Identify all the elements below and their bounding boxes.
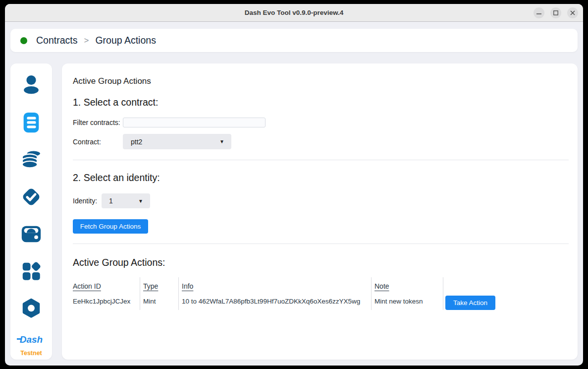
wallet-icon bbox=[20, 223, 43, 246]
close-button[interactable] bbox=[567, 7, 578, 18]
minimize-icon bbox=[536, 10, 541, 15]
main-panel: Active Group Actions 1. Select a contrac… bbox=[62, 63, 578, 360]
app-body: Contracts > Group Actions bbox=[5, 22, 583, 365]
chevron-down-icon: ▼ bbox=[219, 139, 224, 144]
fetch-group-actions-button[interactable]: Fetch Group Actions bbox=[73, 219, 148, 234]
contract-select-value: ptt2 bbox=[131, 138, 142, 146]
window-controls bbox=[534, 7, 578, 18]
breadcrumb: Contracts > Group Actions bbox=[10, 29, 578, 52]
column-action-button: Take Action bbox=[443, 277, 495, 310]
chevron-down-icon: ▼ bbox=[138, 198, 143, 204]
identity-row: Identity: 1 ▼ bbox=[73, 193, 569, 208]
contract-label: Contract: bbox=[73, 138, 123, 146]
contract-select[interactable]: ptt2 ▼ bbox=[123, 134, 231, 149]
maximize-icon bbox=[553, 10, 558, 15]
window-title: Dash Evo Tool v0.9.0-preview.4 bbox=[245, 9, 344, 16]
table-header: Type bbox=[143, 277, 174, 295]
sidebar: Dash Testnet bbox=[10, 63, 52, 360]
sidebar-item-identities[interactable] bbox=[20, 74, 43, 97]
identity-select-value: 1 bbox=[109, 197, 113, 205]
column-action-id: Action ID EeHkc1JpbcjJCJex bbox=[73, 277, 140, 310]
cell-type: Mint bbox=[143, 295, 174, 305]
take-action-button[interactable]: Take Action bbox=[445, 296, 495, 310]
close-icon bbox=[570, 10, 575, 15]
section-2-heading: 2. Select an identity: bbox=[73, 172, 569, 184]
column-info: Info 10 to 462WfaL7A86pfb3Lt99Hf7uoZDKkX… bbox=[179, 277, 372, 310]
verified-check-icon bbox=[20, 185, 43, 208]
apps-grid-icon bbox=[20, 260, 43, 283]
page-title: Active Group Actions bbox=[73, 76, 569, 86]
cell-note: Mint new tokesn bbox=[374, 295, 439, 305]
sidebar-item-verified[interactable] bbox=[20, 185, 43, 208]
table-header: Note bbox=[374, 277, 439, 295]
section-divider bbox=[73, 244, 569, 244]
sidebar-item-contracts[interactable] bbox=[20, 111, 43, 134]
filter-contracts-input[interactable] bbox=[123, 118, 266, 127]
sidebar-footer: Dash Testnet bbox=[20, 334, 43, 366]
identity-select[interactable]: 1 ▼ bbox=[102, 193, 150, 208]
breadcrumb-contracts[interactable]: Contracts bbox=[36, 35, 77, 46]
status-dot-icon bbox=[20, 37, 27, 44]
table-header: Info bbox=[182, 277, 367, 295]
identity-icon bbox=[20, 74, 43, 97]
cell-action-id: EeHkc1JpbcjJCJex bbox=[73, 295, 136, 305]
sidebar-item-platform[interactable] bbox=[20, 297, 43, 320]
sidebar-item-apps[interactable] bbox=[20, 260, 43, 283]
minimize-button[interactable] bbox=[534, 7, 544, 18]
section-1-heading: 1. Select a contract: bbox=[73, 97, 569, 108]
network-label: Testnet bbox=[20, 350, 43, 357]
identity-label: Identity: bbox=[73, 197, 102, 205]
group-actions-table: Action ID EeHkc1JpbcjJCJex Type Mint Inf… bbox=[73, 277, 569, 310]
active-group-actions-heading: Active Group Actions: bbox=[73, 257, 569, 268]
cell-info: 10 to 462WfaL7A86pfb3Lt99Hf7uoZDKkXq6oXe… bbox=[182, 295, 367, 305]
breadcrumb-separator: > bbox=[84, 36, 89, 46]
section-divider bbox=[73, 160, 569, 160]
column-note: Note Mint new tokesn bbox=[372, 277, 443, 310]
tokens-icon bbox=[20, 148, 43, 171]
app-window: Dash Evo Tool v0.9.0-preview.4 bbox=[5, 4, 583, 366]
sidebar-item-wallet[interactable] bbox=[20, 223, 43, 246]
platform-hexagon-icon bbox=[20, 297, 43, 320]
contract-row: Contract: ptt2 ▼ bbox=[73, 134, 569, 149]
dash-logo: Dash bbox=[20, 334, 43, 345]
filter-contracts-row: Filter contracts: bbox=[73, 118, 569, 127]
column-type: Type Mint bbox=[140, 277, 179, 310]
table-header: Action ID bbox=[73, 277, 136, 295]
breadcrumb-group-actions: Group Actions bbox=[95, 35, 156, 46]
title-bar: Dash Evo Tool v0.9.0-preview.4 bbox=[5, 4, 583, 22]
sidebar-item-tokens[interactable] bbox=[20, 148, 43, 171]
contracts-icon bbox=[20, 111, 43, 134]
filter-contracts-label: Filter contracts: bbox=[73, 119, 123, 126]
maximize-button[interactable] bbox=[550, 7, 561, 18]
